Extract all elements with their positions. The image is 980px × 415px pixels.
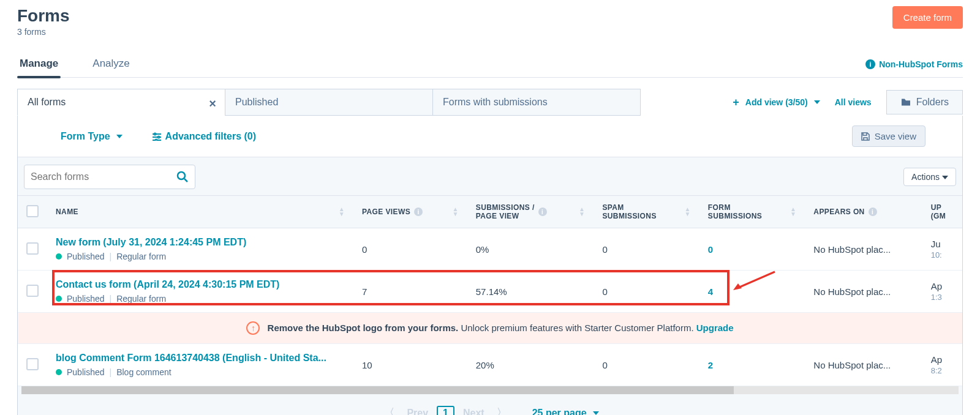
page-title: Forms bbox=[17, 6, 70, 26]
view-tab-all-forms[interactable]: All forms × bbox=[17, 89, 225, 116]
actions-label: Actions bbox=[911, 172, 940, 182]
row-checkbox[interactable] bbox=[26, 358, 39, 370]
sort-icon[interactable]: ▲▼ bbox=[339, 207, 345, 217]
table-row: blog Comment Form 164613740438 (English … bbox=[18, 344, 962, 386]
folder-icon bbox=[900, 98, 911, 107]
info-icon: i bbox=[865, 59, 875, 69]
upgrade-arrow-icon: ↑ bbox=[246, 321, 260, 335]
add-view-button[interactable]: Add view (3/50) bbox=[733, 96, 820, 109]
save-icon bbox=[861, 132, 870, 141]
promo-bold-text: Remove the HubSpot logo from your forms. bbox=[268, 323, 459, 333]
cell-subs-per-view: 0% bbox=[467, 228, 594, 271]
tab-manage[interactable]: Manage bbox=[17, 51, 61, 77]
advanced-filters-button[interactable]: Advanced filters (0) bbox=[152, 131, 256, 142]
search-input-wrapper[interactable] bbox=[24, 165, 195, 189]
col-page-views[interactable]: PAGE VIEWS bbox=[362, 208, 410, 216]
status-badge: Published bbox=[67, 367, 105, 377]
promo-banner: ↑ Remove the HubSpot logo from your form… bbox=[18, 313, 962, 344]
cell-spam: 0 bbox=[594, 228, 699, 271]
col-appears-on[interactable]: APPEARS ON bbox=[813, 208, 864, 216]
advanced-filters-label: Advanced filters (0) bbox=[165, 131, 256, 142]
status-dot-icon bbox=[56, 369, 62, 375]
cell-form-subs[interactable]: 4 bbox=[708, 286, 713, 297]
form-type-text: Regular form bbox=[116, 294, 166, 304]
table-row: New form (July 31, 2024 1:24:45 PM EDT) … bbox=[18, 228, 962, 271]
sort-icon[interactable]: ▲▼ bbox=[685, 207, 691, 217]
status-badge: Published bbox=[67, 252, 105, 261]
cell-form-subs[interactable]: 0 bbox=[708, 244, 713, 255]
svg-point-4 bbox=[157, 136, 159, 138]
sort-icon[interactable]: ▲▼ bbox=[579, 207, 585, 217]
non-hubspot-label: Non-HubSpot Forms bbox=[879, 59, 963, 69]
scrollbar-thumb[interactable] bbox=[21, 386, 734, 394]
search-input[interactable] bbox=[31, 171, 176, 182]
col-updated[interactable]: UP bbox=[931, 203, 941, 212]
form-type-text: Regular form bbox=[116, 252, 166, 261]
table-row: Contact us form (April 24, 2024 4:30:15 … bbox=[18, 271, 962, 313]
close-icon[interactable]: × bbox=[209, 97, 216, 111]
cell-appears-on: No HubSpot plac... bbox=[805, 271, 922, 313]
upgrade-link[interactable]: Upgrade bbox=[696, 323, 734, 333]
col-subs-per-view[interactable]: SUBMISSIONS / bbox=[476, 203, 535, 212]
cell-subs-per-view: 20% bbox=[467, 344, 594, 386]
pager-prev-button[interactable]: Prev bbox=[403, 405, 432, 416]
view-tab-with-submissions[interactable]: Forms with submissions bbox=[432, 89, 641, 116]
save-view-label: Save view bbox=[875, 131, 916, 141]
actions-dropdown[interactable]: Actions bbox=[903, 168, 956, 186]
add-view-label: Add view (3/50) bbox=[745, 97, 808, 107]
cell-page-views: 10 bbox=[353, 344, 467, 386]
svg-point-5 bbox=[155, 139, 157, 141]
form-type-label: Form Type bbox=[61, 131, 110, 142]
cell-subs-per-view: 57.14% bbox=[467, 271, 594, 313]
horizontal-scrollbar[interactable] bbox=[21, 386, 959, 394]
save-view-button[interactable]: Save view bbox=[852, 125, 925, 147]
pager-next-button[interactable]: Next bbox=[459, 405, 488, 416]
cell-page-views: 7 bbox=[353, 271, 467, 313]
per-page-dropdown[interactable]: 25 per page bbox=[532, 408, 599, 416]
form-name-link[interactable]: blog Comment Form 164613740438 (English … bbox=[56, 353, 345, 364]
info-icon[interactable]: i bbox=[538, 208, 547, 216]
folders-button[interactable]: Folders bbox=[886, 90, 963, 114]
col-form-subs[interactable]: FORM bbox=[708, 203, 731, 212]
pager-prev-arrow-icon[interactable]: 〈 bbox=[381, 404, 398, 415]
page-title-block: Forms 3 forms bbox=[17, 6, 70, 37]
pager-current-page[interactable]: 1 bbox=[437, 406, 454, 416]
view-tab-published[interactable]: Published bbox=[225, 89, 433, 116]
cell-appears-on: No HubSpot plac... bbox=[805, 228, 922, 271]
info-icon[interactable]: i bbox=[414, 208, 423, 216]
info-icon[interactable]: i bbox=[869, 208, 877, 216]
col-name[interactable]: NAME bbox=[56, 208, 78, 216]
status-dot-icon bbox=[56, 296, 62, 302]
form-type-filter[interactable]: Form Type bbox=[61, 131, 123, 142]
row-checkbox[interactable] bbox=[26, 285, 39, 297]
sort-icon[interactable]: ▲▼ bbox=[790, 207, 796, 217]
cell-page-views: 0 bbox=[353, 228, 467, 271]
create-form-button[interactable]: Create form bbox=[892, 6, 963, 29]
promo-text: Unlock premium features with Starter Cus… bbox=[458, 323, 696, 333]
forms-table: NAME▲▼ PAGE VIEWS i▲▼ SUBMISSIONS /PAGE … bbox=[18, 195, 962, 386]
col-spam[interactable]: SPAM bbox=[602, 203, 624, 212]
per-page-label: 25 per page bbox=[532, 408, 587, 416]
cell-form-subs[interactable]: 2 bbox=[708, 360, 713, 370]
select-all-checkbox[interactable] bbox=[26, 205, 39, 217]
row-checkbox[interactable] bbox=[26, 242, 39, 255]
cell-spam: 0 bbox=[594, 271, 699, 313]
form-name-link[interactable]: New form (July 31, 2024 1:24:45 PM EDT) bbox=[56, 237, 345, 248]
svg-line-7 bbox=[184, 179, 187, 182]
search-icon bbox=[176, 171, 189, 183]
form-name-link[interactable]: Contact us form (April 24, 2024 4:30:15 … bbox=[56, 279, 345, 290]
pagination: 〈 Prev 1 Next 〉 25 per page bbox=[18, 394, 962, 415]
pager-next-arrow-icon[interactable]: 〉 bbox=[493, 404, 510, 415]
svg-point-3 bbox=[154, 133, 156, 135]
folders-label: Folders bbox=[916, 97, 949, 108]
all-views-link[interactable]: All views bbox=[835, 97, 872, 107]
page-subtitle: 3 forms bbox=[17, 27, 70, 37]
view-tab-label: All forms bbox=[28, 97, 66, 107]
sort-icon[interactable]: ▲▼ bbox=[452, 207, 458, 217]
form-type-text: Blog comment bbox=[116, 367, 171, 377]
sliders-icon bbox=[152, 132, 162, 141]
tab-analyze[interactable]: Analyze bbox=[90, 51, 132, 77]
status-dot-icon bbox=[56, 253, 62, 260]
cell-appears-on: No HubSpot plac... bbox=[805, 344, 922, 386]
non-hubspot-forms-link[interactable]: i Non-HubSpot Forms bbox=[865, 59, 963, 69]
